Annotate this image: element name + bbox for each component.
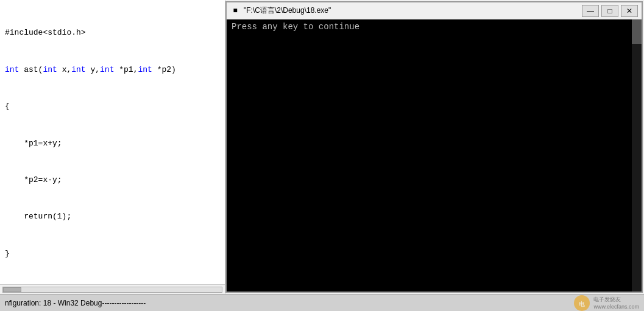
scrollbar-thumb[interactable] bbox=[3, 287, 21, 292]
watermark-line1: 电子发烧友 bbox=[593, 296, 639, 304]
console-title-text: "F:\C语言\2\Debug\18.exe" bbox=[244, 5, 578, 16]
maximize-button[interactable]: □ bbox=[601, 5, 618, 17]
code-line: *p2=x-y; bbox=[5, 174, 220, 186]
console-scroll-thumb[interactable] bbox=[632, 19, 642, 44]
code-panel: #include<stdio.h> int ast(int x,int y,in… bbox=[0, 0, 225, 294]
watermark: 电 电子发烧友 www.elecfans.com bbox=[573, 294, 639, 312]
window-controls: — □ ✕ bbox=[582, 5, 638, 17]
code-line: *p1=x+y; bbox=[5, 138, 220, 150]
watermark-text: 电子发烧友 www.elecfans.com bbox=[593, 296, 639, 310]
code-content: #include<stdio.h> int ast(int x,int y,in… bbox=[0, 0, 225, 284]
code-line: { bbox=[5, 100, 220, 113]
console-app-icon: ■ bbox=[230, 6, 240, 16]
console-titlebar: ■ "F:\C语言\2\Debug\18.exe" — □ ✕ bbox=[227, 2, 642, 19]
status-bar: nfiguration: 18 - Win32 Debug-----------… bbox=[0, 294, 644, 311]
close-button[interactable]: ✕ bbox=[621, 5, 638, 17]
code-line: } bbox=[5, 248, 220, 260]
console-vertical-scrollbar[interactable] bbox=[632, 19, 642, 292]
console-window: ■ "F:\C语言\2\Debug\18.exe" — □ ✕ Press an… bbox=[225, 1, 643, 293]
code-horizontal-scrollbar[interactable] bbox=[0, 284, 225, 294]
scrollbar-track[interactable] bbox=[2, 287, 222, 293]
watermark-logo-icon: 电 bbox=[573, 294, 591, 312]
code-line: return(1); bbox=[5, 211, 220, 223]
minimize-button[interactable]: — bbox=[582, 5, 599, 17]
watermark-line2: www.elecfans.com bbox=[593, 304, 639, 310]
svg-text:电: 电 bbox=[579, 301, 585, 307]
ide-container: #include<stdio.h> int ast(int x,int y,in… bbox=[0, 0, 644, 294]
code-line: #include<stdio.h> bbox=[5, 27, 220, 39]
code-line: int ast(int x,int y,int *p1,int *p2) bbox=[5, 64, 220, 76]
status-text: nfiguration: 18 - Win32 Debug-----------… bbox=[5, 299, 573, 307]
console-body: Press any key to continue bbox=[227, 19, 642, 292]
console-prompt: Press any key to continue bbox=[232, 22, 359, 32]
console-output: Press any key to continue bbox=[227, 19, 632, 292]
